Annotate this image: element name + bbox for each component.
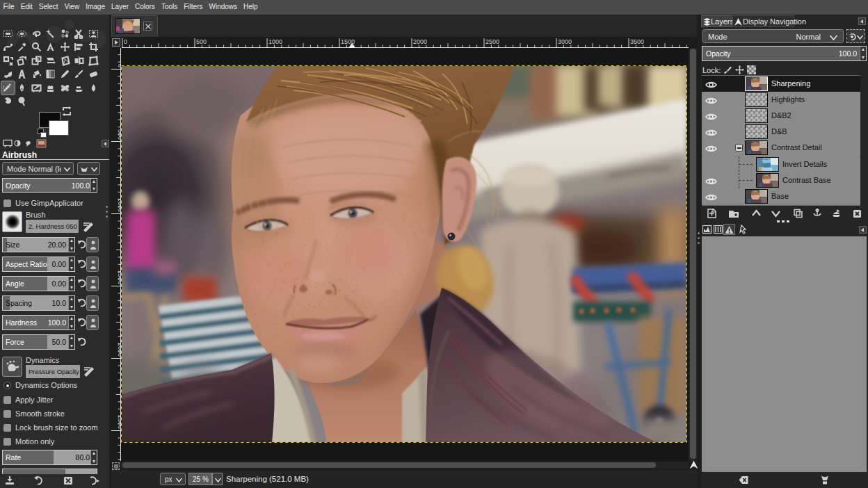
svg-text:3500: 3500 (630, 38, 644, 45)
svg-text:2000: 2000 (413, 38, 427, 45)
svg-text:500: 500 (196, 38, 207, 45)
svg-text:1000: 1000 (268, 38, 282, 45)
svg-text:2500: 2500 (485, 38, 499, 45)
svg-text:0: 0 (124, 38, 127, 45)
svg-text:3000: 3000 (558, 38, 572, 45)
